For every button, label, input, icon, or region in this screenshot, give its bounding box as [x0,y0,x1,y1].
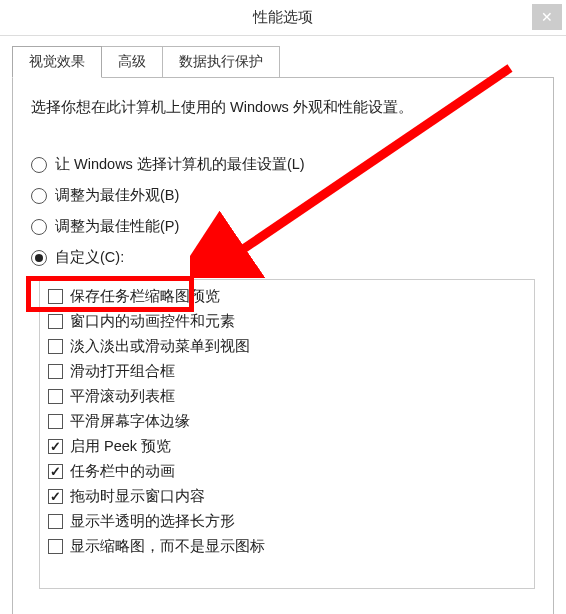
tab-visual-effects[interactable]: 视觉效果 [12,46,102,78]
checkbox-item-fade-slide[interactable]: 淡入淡出或滑动菜单到视图 [40,334,534,359]
checkbox-item-smooth-font[interactable]: 平滑屏幕字体边缘 [40,409,534,434]
checkbox-label: 启用 Peek 预览 [70,437,171,456]
radio-label: 调整为最佳外观(B) [55,186,179,205]
checkbox-label: 拖动时显示窗口内容 [70,487,205,506]
titlebar: 性能选项 ✕ [0,0,566,36]
radio-icon [31,250,47,266]
checkbox-icon [48,464,63,479]
radio-custom[interactable]: 自定义(C): [31,246,535,269]
tab-strip: 视觉效果 高级 数据执行保护 [12,46,554,77]
panel-description: 选择你想在此计算机上使用的 Windows 外观和性能设置。 [31,98,535,117]
close-button[interactable]: ✕ [532,4,562,30]
checkbox-label: 淡入淡出或滑动菜单到视图 [70,337,250,356]
checkbox-label: 平滑屏幕字体边缘 [70,412,190,431]
checkbox-icon [48,514,63,529]
checkbox-item-peek[interactable]: 启用 Peek 预览 [40,434,534,459]
radio-icon [31,157,47,173]
tab-label: 高级 [118,53,146,69]
checkbox-label: 保存任务栏缩略图预览 [70,287,220,306]
radio-icon [31,188,47,204]
checkbox-list[interactable]: 保存任务栏缩略图预览 窗口内的动画控件和元素 淡入淡出或滑动菜单到视图 滑动打开… [39,279,535,589]
checkbox-item-smooth-scroll[interactable]: 平滑滚动列表框 [40,384,534,409]
checkbox-icon [48,389,63,404]
content-area: 视觉效果 高级 数据执行保护 选择你想在此计算机上使用的 Windows 外观和… [0,36,566,614]
tab-label: 视觉效果 [29,53,85,69]
window-title: 性能选项 [0,8,566,27]
radio-best-appearance[interactable]: 调整为最佳外观(B) [31,184,535,207]
checkbox-item-taskbar-anim[interactable]: 任务栏中的动画 [40,459,534,484]
tab-label: 数据执行保护 [179,53,263,69]
radio-label: 调整为最佳性能(P) [55,217,179,236]
checkbox-item-animate-controls[interactable]: 窗口内的动画控件和元素 [40,309,534,334]
radio-best-performance[interactable]: 调整为最佳性能(P) [31,215,535,238]
tab-panel: 选择你想在此计算机上使用的 Windows 外观和性能设置。 让 Windows… [12,77,554,614]
checkbox-label: 显示半透明的选择长方形 [70,512,235,531]
radio-group: 让 Windows 选择计算机的最佳设置(L) 调整为最佳外观(B) 调整为最佳… [31,153,535,269]
tab-dep[interactable]: 数据执行保护 [162,46,280,77]
checkbox-icon [48,364,63,379]
radio-label: 让 Windows 选择计算机的最佳设置(L) [55,155,305,174]
checkbox-icon [48,339,63,354]
checkbox-label: 滑动打开组合框 [70,362,175,381]
checkbox-item-slide-combo[interactable]: 滑动打开组合框 [40,359,534,384]
checkbox-icon [48,439,63,454]
radio-icon [31,219,47,235]
checkbox-label: 平滑滚动列表框 [70,387,175,406]
radio-label: 自定义(C): [55,248,124,267]
checkbox-label: 任务栏中的动画 [70,462,175,481]
checkbox-label: 窗口内的动画控件和元素 [70,312,235,331]
checkbox-icon [48,489,63,504]
checkbox-icon [48,289,63,304]
checkbox-item-drag-content[interactable]: 拖动时显示窗口内容 [40,484,534,509]
checkbox-icon [48,539,63,554]
tab-advanced[interactable]: 高级 [101,46,163,77]
radio-let-windows-choose[interactable]: 让 Windows 选择计算机的最佳设置(L) [31,153,535,176]
checkbox-item-translucent-select[interactable]: 显示半透明的选择长方形 [40,509,534,534]
checkbox-label: 显示缩略图，而不是显示图标 [70,537,265,556]
checkbox-item-taskbar-thumb[interactable]: 保存任务栏缩略图预览 [40,284,534,309]
checkbox-icon [48,414,63,429]
checkbox-item-show-thumbs[interactable]: 显示缩略图，而不是显示图标 [40,534,534,559]
close-icon: ✕ [541,9,553,25]
checkbox-icon [48,314,63,329]
